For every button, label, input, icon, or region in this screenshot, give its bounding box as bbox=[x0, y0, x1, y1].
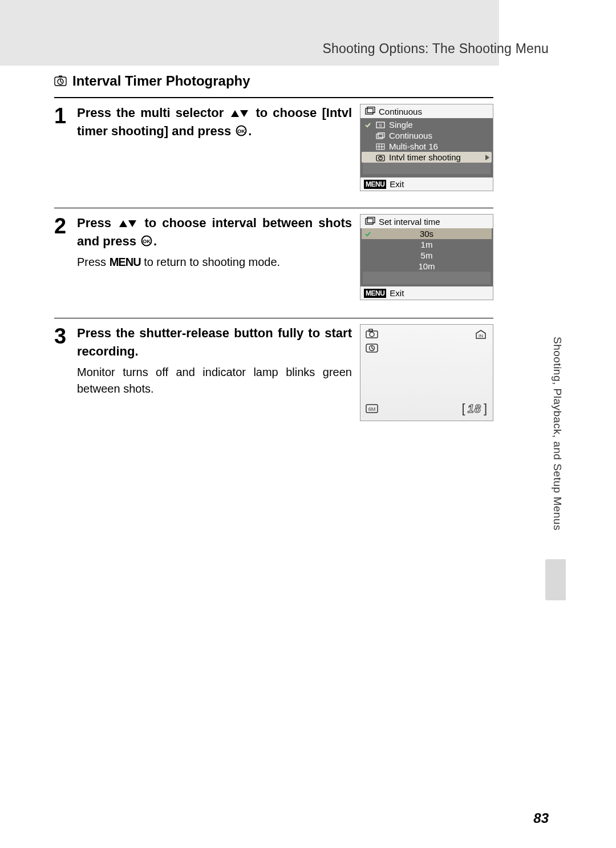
footer-exit-label: Exit bbox=[390, 288, 404, 298]
side-section-tab: Shooting, Playback, and Setup Menus bbox=[551, 337, 564, 531]
text-fragment: . bbox=[248, 124, 252, 138]
svg-point-30 bbox=[370, 332, 374, 337]
interval-option-label: 5m bbox=[376, 251, 477, 260]
side-thumb-tab bbox=[545, 559, 566, 600]
interval-option-10m: 10m bbox=[362, 261, 492, 272]
svg-text:IN: IN bbox=[479, 333, 483, 338]
menu-item-label: Continuous bbox=[389, 131, 489, 140]
ok-button-icon: OK bbox=[236, 125, 247, 136]
step-1: 1 Press the multi selector to choose [In… bbox=[54, 98, 493, 208]
running-header: Shooting Options: The Shooting Menu bbox=[322, 41, 549, 56]
multishot-grid-icon bbox=[375, 143, 386, 151]
interval-timer-small-icon bbox=[375, 154, 386, 161]
step-3-instruction: Press the shutter-release button fully t… bbox=[77, 324, 352, 361]
interval-option-1m: 1m bbox=[362, 239, 492, 250]
svg-text:S: S bbox=[379, 123, 382, 128]
svg-rect-27 bbox=[367, 217, 375, 223]
camera-menu-title: Set interval time bbox=[379, 217, 440, 227]
step-1-instruction: Press the multi selector to choose [Intv… bbox=[77, 104, 352, 140]
continuous-header-icon bbox=[365, 107, 375, 116]
interval-timer-indicator-icon bbox=[365, 342, 379, 356]
svg-marker-23 bbox=[128, 220, 136, 227]
svg-rect-4 bbox=[59, 76, 62, 77]
up-down-arrow-icon bbox=[118, 219, 137, 228]
menu-item-single: S Single bbox=[362, 119, 492, 130]
up-down-arrow-icon bbox=[230, 109, 249, 118]
menu-word-icon: MENU bbox=[110, 256, 141, 268]
footer-exit-label: Exit bbox=[390, 179, 404, 189]
step-number: 1 bbox=[54, 105, 77, 127]
svg-marker-6 bbox=[240, 110, 248, 117]
interval-option-label: 1m bbox=[376, 240, 477, 249]
interval-timer-icon bbox=[54, 75, 67, 87]
step-3: 3 Press the shutter-release button fully… bbox=[54, 318, 493, 428]
svg-marker-22 bbox=[119, 220, 127, 227]
section-title: Interval Timer Photography bbox=[54, 73, 493, 89]
single-frame-icon: S bbox=[375, 121, 386, 129]
step-2-sub: Press MENU to return to shooting mode. bbox=[77, 254, 352, 270]
menu-item-continuous: Continuous bbox=[362, 130, 492, 141]
svg-text:6M: 6M bbox=[368, 406, 376, 412]
image-size-icon: 6M bbox=[365, 403, 379, 416]
step-3-sub: Monitor turns off and indicator lamp bli… bbox=[77, 364, 352, 397]
step-2-instruction: Press to choose interval between shots a… bbox=[77, 214, 352, 251]
continuous-header-icon bbox=[365, 217, 375, 227]
ok-button-icon: OK bbox=[141, 235, 152, 247]
menu-item-label: Multi-shot 16 bbox=[389, 142, 489, 151]
check-icon bbox=[364, 231, 372, 237]
continuous-frames-icon bbox=[375, 132, 386, 140]
interval-option-30s: 30s bbox=[362, 228, 492, 239]
menu-badge: MENU bbox=[364, 180, 386, 189]
interval-option-label: 30s bbox=[376, 229, 477, 239]
menu-badge: MENU bbox=[364, 289, 386, 298]
camera-menu-set-interval: Set interval time 30s 1m bbox=[360, 214, 493, 300]
svg-text:OK: OK bbox=[143, 239, 151, 244]
step-2: 2 Press to choose interval between shots… bbox=[54, 208, 493, 318]
interval-option-label: 10m bbox=[376, 261, 477, 271]
text-fragment: Press bbox=[77, 256, 110, 268]
camera-menu-continuous: Continuous S Single bbox=[360, 104, 493, 191]
section-title-text: Interval Timer Photography bbox=[72, 73, 250, 89]
svg-marker-5 bbox=[231, 110, 239, 117]
svg-rect-26 bbox=[366, 219, 373, 224]
interval-option-5m: 5m bbox=[362, 250, 492, 261]
step-number: 3 bbox=[54, 325, 77, 347]
menu-item-label: Intvl timer shooting bbox=[389, 152, 489, 162]
svg-line-3 bbox=[60, 82, 62, 83]
remaining-shots-counter: [ 18 ] bbox=[462, 401, 488, 416]
text-fragment: to return to shooting mode. bbox=[141, 256, 281, 268]
camera-mode-icon bbox=[365, 328, 379, 341]
remaining-count-value: 18 bbox=[468, 402, 481, 415]
check-icon bbox=[364, 121, 372, 129]
menu-item-label: Single bbox=[389, 120, 489, 130]
text-fragment: Press bbox=[77, 216, 117, 230]
svg-rect-14 bbox=[378, 132, 384, 137]
svg-text:OK: OK bbox=[238, 128, 246, 134]
page-number: 83 bbox=[533, 810, 549, 826]
camera-liveview-screen: IN 6M [ 18 ] bbox=[360, 324, 493, 421]
text-fragment: . bbox=[153, 234, 157, 248]
svg-rect-29 bbox=[369, 329, 372, 332]
menu-item-intvl-timer: Intvl timer shooting bbox=[362, 152, 492, 163]
svg-rect-10 bbox=[367, 107, 375, 113]
camera-menu-title: Continuous bbox=[379, 107, 422, 116]
svg-rect-13 bbox=[376, 134, 383, 139]
text-fragment: Press the multi selector bbox=[77, 106, 229, 120]
menu-item-multishot16: Multi-shot 16 bbox=[362, 141, 492, 152]
internal-memory-icon: IN bbox=[475, 329, 487, 342]
step-number: 2 bbox=[54, 215, 77, 237]
svg-rect-9 bbox=[366, 108, 373, 114]
svg-line-34 bbox=[372, 348, 374, 349]
